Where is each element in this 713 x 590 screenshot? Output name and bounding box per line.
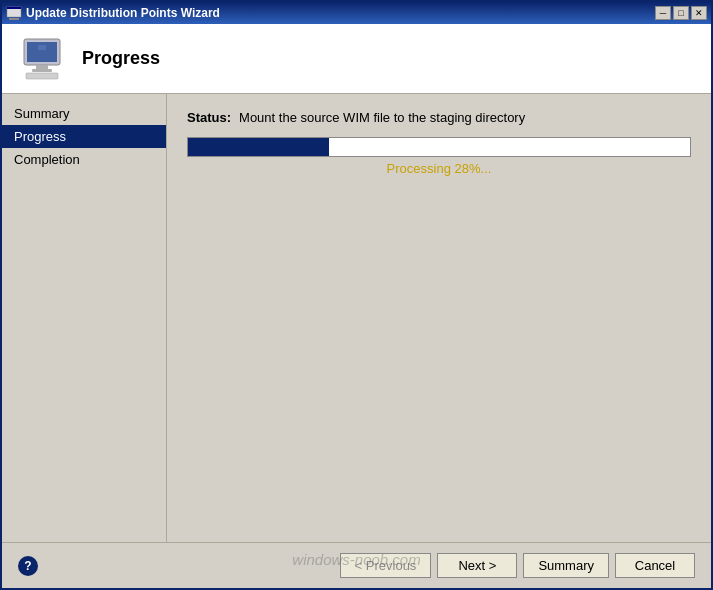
nav-item-summary[interactable]: Summary bbox=[2, 102, 166, 125]
svg-rect-2 bbox=[9, 18, 19, 20]
svg-rect-5 bbox=[36, 65, 48, 69]
wizard-header: Progress bbox=[2, 24, 711, 94]
window-icon bbox=[6, 5, 22, 21]
status-label: Status: bbox=[187, 110, 231, 125]
progress-bar-container: Processing 28%... bbox=[187, 137, 691, 176]
wizard-nav: Summary Progress Completion bbox=[2, 94, 167, 542]
progress-text: Processing 28%... bbox=[187, 161, 691, 176]
title-bar-text: Update Distribution Points Wizard bbox=[6, 5, 220, 21]
status-value: Mount the source WIM file to the staging… bbox=[239, 110, 525, 125]
progress-bar-fill bbox=[188, 138, 329, 156]
nav-item-progress[interactable]: Progress bbox=[2, 125, 166, 148]
svg-rect-7 bbox=[38, 45, 46, 50]
nav-item-completion[interactable]: Completion bbox=[2, 148, 166, 171]
wizard-footer: ? < Previous Next > Summary Cancel bbox=[2, 542, 711, 588]
title-bar: Update Distribution Points Wizard ─ □ ✕ bbox=[2, 2, 711, 24]
window-title: Update Distribution Points Wizard bbox=[26, 6, 220, 20]
close-button[interactable]: ✕ bbox=[691, 6, 707, 20]
header-title: Progress bbox=[82, 48, 160, 69]
computer-icon bbox=[18, 35, 66, 83]
cancel-button[interactable]: Cancel bbox=[615, 553, 695, 578]
svg-rect-8 bbox=[26, 73, 58, 79]
svg-rect-1 bbox=[7, 7, 21, 9]
status-row: Status: Mount the source WIM file to the… bbox=[187, 110, 691, 125]
maximize-button[interactable]: □ bbox=[673, 6, 689, 20]
footer-buttons: < Previous Next > Summary Cancel bbox=[340, 553, 695, 578]
wizard-window: Update Distribution Points Wizard ─ □ ✕ … bbox=[0, 0, 713, 590]
title-bar-controls: ─ □ ✕ bbox=[655, 6, 707, 20]
progress-bar-track bbox=[187, 137, 691, 157]
svg-rect-6 bbox=[32, 69, 52, 72]
footer-wrapper: ? < Previous Next > Summary Cancel windo… bbox=[2, 542, 711, 588]
wizard-body: Summary Progress Completion Status: Moun… bbox=[2, 94, 711, 542]
minimize-button[interactable]: ─ bbox=[655, 6, 671, 20]
help-button[interactable]: ? bbox=[18, 556, 38, 576]
previous-button[interactable]: < Previous bbox=[340, 553, 432, 578]
next-button[interactable]: Next > bbox=[437, 553, 517, 578]
wizard-content: Status: Mount the source WIM file to the… bbox=[167, 94, 711, 542]
footer-left: ? bbox=[18, 556, 38, 576]
summary-button[interactable]: Summary bbox=[523, 553, 609, 578]
